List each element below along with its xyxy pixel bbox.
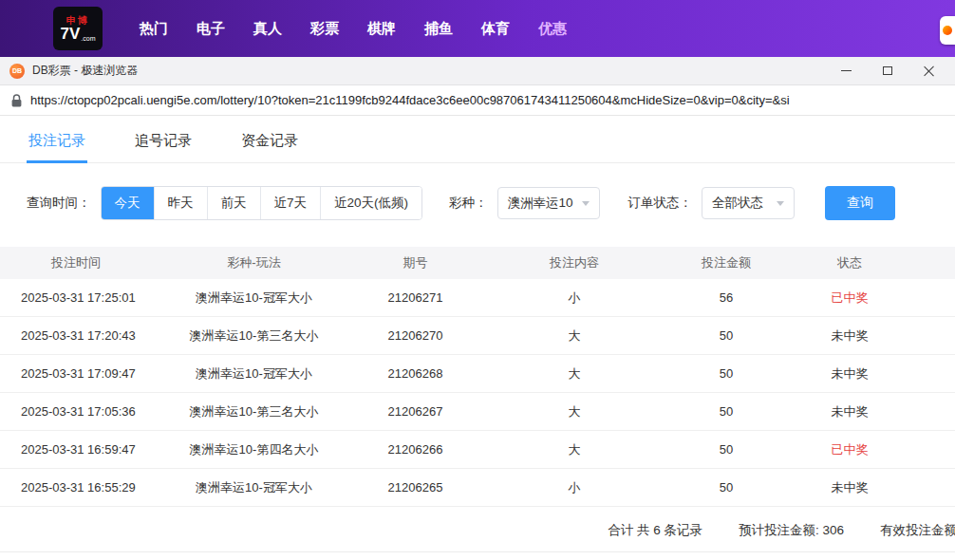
logo-main: 7V bbox=[61, 26, 81, 42]
time-option-yesterday[interactable]: 昨天 bbox=[155, 187, 208, 219]
nav-item-sports[interactable]: 体育 bbox=[481, 20, 510, 38]
cell-content: 大 bbox=[475, 327, 674, 345]
chevron-down-icon bbox=[582, 201, 590, 206]
summary-valid-amount: 有效投注金额 bbox=[880, 522, 955, 539]
cell-time: 2025-03-31 17:05:36 bbox=[0, 404, 152, 419]
summary-total-records: 合计 共 6 条记录 bbox=[608, 522, 702, 539]
table-row: 2025-03-31 17:05:36澳洲幸运10-第三名大小21206267大… bbox=[0, 393, 955, 431]
header-bet-content: 投注内容 bbox=[475, 254, 674, 271]
cell-status: 已中奖 bbox=[778, 289, 921, 307]
header-bet-time: 投注时间 bbox=[0, 254, 152, 271]
cell-content: 小 bbox=[475, 289, 674, 307]
table-body: 2025-03-31 17:25:01澳洲幸运10-冠军大小21206271小5… bbox=[0, 279, 955, 507]
header-status: 状态 bbox=[778, 254, 921, 271]
minimize-button[interactable] bbox=[839, 65, 852, 78]
lottery-select[interactable]: 澳洲幸运10 bbox=[497, 187, 600, 219]
site-navbar: 申博 7V .com 热门 电子 真人 彩票 棋牌 捕鱼 体育 优惠 bbox=[0, 0, 955, 57]
lottery-filter-label: 彩种： bbox=[449, 195, 488, 212]
cell-game: 澳洲幸运10-第四名大小 bbox=[152, 441, 356, 458]
widget-icon bbox=[943, 26, 952, 35]
cell-amount: 50 bbox=[674, 442, 778, 457]
browser-titlebar: DB DB彩票 - 极速浏览器 bbox=[0, 57, 955, 85]
lock-icon bbox=[11, 94, 22, 107]
cell-time: 2025-03-31 17:09:47 bbox=[0, 366, 152, 381]
cell-amount: 50 bbox=[674, 404, 778, 419]
cell-time: 2025-03-31 16:59:47 bbox=[0, 442, 152, 457]
time-filter-group: 今天 昨天 前天 近7天 近20天(低频) bbox=[101, 186, 423, 220]
table-row: 2025-03-31 16:55:29澳洲幸运10-冠军大小21206265小5… bbox=[0, 469, 955, 507]
cell-game: 澳洲幸运10-冠军大小 bbox=[152, 479, 356, 496]
cell-issue: 21206265 bbox=[356, 480, 475, 495]
chevron-down-icon bbox=[777, 201, 784, 206]
header-issue: 期号 bbox=[356, 254, 475, 271]
nav-item-cards[interactable]: 棋牌 bbox=[367, 20, 396, 38]
cell-time: 2025-03-31 17:20:43 bbox=[0, 328, 152, 343]
nav-item-slots[interactable]: 电子 bbox=[197, 20, 225, 38]
site-logo[interactable]: 申博 7V .com bbox=[53, 7, 103, 50]
cell-status: 未中奖 bbox=[778, 327, 921, 345]
header-bet-amount: 投注金额 bbox=[674, 254, 778, 271]
maximize-button[interactable] bbox=[881, 65, 894, 78]
tab-chase-records[interactable]: 追号记录 bbox=[135, 132, 192, 162]
tab-bet-records[interactable]: 投注记录 bbox=[28, 132, 85, 162]
filter-bar: 查询时间： 今天 昨天 前天 近7天 近20天(低频) 彩种： 澳洲幸运10 订… bbox=[27, 186, 955, 220]
tab-fund-records[interactable]: 资金记录 bbox=[241, 132, 298, 162]
time-option-last20days[interactable]: 近20天(低频) bbox=[321, 187, 421, 219]
maximize-icon bbox=[883, 66, 892, 75]
table-header: 投注时间 彩种-玩法 期号 投注内容 投注金额 状态 bbox=[0, 247, 955, 279]
time-option-last7days[interactable]: 近7天 bbox=[261, 187, 322, 219]
cell-game: 澳洲幸运10-冠军大小 bbox=[152, 289, 356, 307]
table-row: 2025-03-31 17:25:01澳洲幸运10-冠军大小21206271小5… bbox=[0, 279, 955, 317]
cell-time: 2025-03-31 17:25:01 bbox=[0, 290, 152, 305]
summary-bar: 合计 共 6 条记录 预计投注金额: 306 有效投注金额 bbox=[0, 507, 955, 552]
logo-suffix: .com bbox=[81, 35, 95, 42]
cell-content: 大 bbox=[475, 365, 674, 383]
cell-content: 大 bbox=[475, 403, 674, 420]
browser-app-icon: DB bbox=[9, 64, 25, 79]
cell-time: 2025-03-31 16:55:29 bbox=[0, 480, 152, 495]
time-option-today[interactable]: 今天 bbox=[102, 187, 155, 219]
cell-status: 未中奖 bbox=[778, 403, 921, 420]
nav-item-promo[interactable]: 优惠 bbox=[538, 20, 567, 38]
cell-issue: 21206271 bbox=[356, 290, 475, 305]
cell-content: 大 bbox=[475, 441, 674, 458]
bet-records-table: 投注时间 彩种-玩法 期号 投注内容 投注金额 状态 2025-03-31 17… bbox=[0, 247, 955, 507]
cell-issue: 21206270 bbox=[356, 328, 475, 343]
lottery-select-value: 澳洲幸运10 bbox=[508, 195, 573, 212]
close-button[interactable] bbox=[923, 65, 936, 78]
cell-game: 澳洲幸运10-冠军大小 bbox=[152, 365, 356, 383]
cell-issue: 21206266 bbox=[356, 442, 475, 457]
cell-status: 已中奖 bbox=[778, 441, 921, 458]
nav-item-hot[interactable]: 热门 bbox=[140, 20, 168, 38]
summary-expected-amount: 预计投注金额: 306 bbox=[739, 522, 844, 539]
cell-amount: 50 bbox=[674, 328, 778, 343]
cell-game: 澳洲幸运10-第三名大小 bbox=[152, 403, 356, 420]
window-title: DB彩票 - 极速浏览器 bbox=[32, 63, 138, 79]
logo-en-text: 7V .com bbox=[61, 26, 96, 42]
time-option-day-before[interactable]: 前天 bbox=[208, 187, 261, 219]
cell-amount: 50 bbox=[674, 366, 778, 381]
url-text: https://ctopcp02pcali.uengi5e.com/lotter… bbox=[30, 93, 790, 107]
cell-amount: 50 bbox=[674, 480, 778, 495]
record-tabs: 投注记录 追号记录 资金记录 bbox=[0, 116, 955, 163]
status-select-value: 全部状态 bbox=[712, 195, 763, 212]
cell-issue: 21206267 bbox=[356, 404, 475, 419]
address-bar[interactable]: https://ctopcp02pcali.uengi5e.com/lotter… bbox=[0, 85, 955, 116]
time-filter-label: 查询时间： bbox=[27, 195, 91, 212]
header-game: 彩种-玩法 bbox=[152, 254, 356, 271]
floating-widget[interactable] bbox=[940, 16, 955, 45]
cell-content: 小 bbox=[475, 479, 674, 496]
nav-item-lottery[interactable]: 彩票 bbox=[310, 20, 339, 38]
cell-status: 未中奖 bbox=[778, 365, 921, 383]
cell-amount: 56 bbox=[674, 290, 778, 305]
minimize-icon bbox=[841, 70, 852, 71]
table-row: 2025-03-31 16:59:47澳洲幸运10-第四名大小21206266大… bbox=[0, 431, 955, 469]
cell-game: 澳洲幸运10-第三名大小 bbox=[152, 327, 356, 345]
order-status-select[interactable]: 全部状态 bbox=[702, 187, 795, 219]
nav-item-live[interactable]: 真人 bbox=[253, 20, 282, 38]
window-controls bbox=[839, 65, 946, 78]
search-button[interactable]: 查询 bbox=[825, 186, 895, 220]
nav-item-fishing[interactable]: 捕鱼 bbox=[424, 20, 453, 38]
table-row: 2025-03-31 17:20:43澳洲幸运10-第三名大小21206270大… bbox=[0, 317, 955, 355]
cell-status: 未中奖 bbox=[778, 479, 921, 496]
